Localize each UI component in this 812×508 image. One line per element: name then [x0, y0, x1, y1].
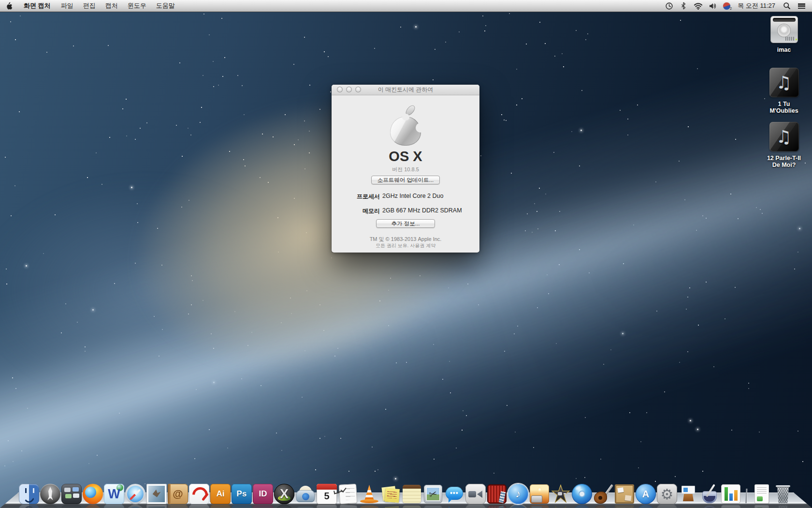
dock-corkboard-app[interactable]: [614, 484, 635, 504]
dock-safari[interactable]: [125, 484, 145, 504]
dock-launchpad[interactable]: [40, 484, 60, 504]
dock-w-app[interactable]: W: [104, 484, 124, 504]
menu-item-capture[interactable]: 캡처: [101, 0, 123, 12]
dock: W @ Ai Ps ID X 5 ✂ ••• ♪ A ⚙: [19, 484, 793, 504]
dock-trash[interactable]: [773, 484, 793, 504]
dock-grab[interactable]: ✂: [423, 484, 443, 504]
dock-system-preferences[interactable]: ⚙: [657, 484, 677, 504]
wallpaper: [0, 0, 812, 508]
menu-bar-left: 화면 캡처 파일 편집 캡처 윈도우 도움말: [0, 0, 180, 12]
desktop-icon-audio-2[interactable]: ♫ 12 Parle-T-IlDe Moi?: [754, 122, 812, 168]
dock-iphoto[interactable]: [529, 484, 550, 504]
audio-file-icon: ♫: [769, 68, 799, 97]
dock-illustrator[interactable]: Ai: [210, 484, 231, 504]
dock-messages[interactable]: •••: [444, 484, 464, 504]
more-info-button[interactable]: 추가 정보...: [376, 219, 435, 228]
menu-bar: 화면 캡처 파일 편집 캡처 윈도우 도움말 2 목 오전 11:27: [0, 0, 812, 12]
desktop-icon-label: 12 Parle-T-IlDe Moi?: [754, 155, 812, 168]
dock-firefox[interactable]: [83, 484, 103, 504]
menu-bar-status: 2 목 오전 11:27: [663, 0, 812, 12]
dock-adobe-reader[interactable]: [189, 484, 209, 504]
bluetooth-icon[interactable]: [678, 0, 689, 12]
dock-keynote[interactable]: [678, 484, 698, 504]
desktop-icon-imac[interactable]: imac: [754, 16, 812, 54]
window-title: 이 매킨토시에 관하여: [332, 85, 479, 95]
menu-item-edit[interactable]: 편집: [78, 0, 101, 12]
dock-pages[interactable]: [699, 484, 720, 504]
dock-itunes[interactable]: ♪: [508, 484, 528, 504]
menu-item-window[interactable]: 윈도우: [123, 0, 151, 12]
dock-idvd[interactable]: [572, 484, 592, 504]
dock-facetime[interactable]: [465, 484, 486, 504]
audio-file-icon: ♫: [769, 122, 799, 151]
copyright-line-1: TM 및 © 1983-2013 Apple Inc.: [332, 236, 479, 243]
dock-notes[interactable]: [402, 484, 422, 504]
processor-row: 프로세서 2GHz Intel Core 2 Duo: [332, 192, 479, 200]
input-source-flag-icon[interactable]: 2: [721, 0, 732, 12]
dock-contacts[interactable]: @: [168, 484, 188, 504]
menu-item-file[interactable]: 파일: [56, 0, 78, 12]
dock-numbers[interactable]: [721, 484, 741, 504]
os-version: 버전 10.8.5: [332, 166, 479, 173]
dock-stickies[interactable]: [380, 484, 401, 504]
dock-xee[interactable]: X: [274, 484, 294, 504]
about-this-mac-window: 이 매킨토시에 관하여 OS X 버전 10.8.5 소프트웨어 업데이트...…: [332, 85, 479, 253]
dock-garageband[interactable]: [593, 484, 613, 504]
dock-document[interactable]: [752, 484, 772, 504]
dock-app-store[interactable]: A: [636, 484, 656, 504]
desktop-icon-audio-1[interactable]: ♫ 1 TuM'Oublies: [754, 68, 812, 114]
hard-drive-icon: [770, 16, 798, 43]
spotlight-icon[interactable]: [781, 0, 793, 12]
menu-item-app[interactable]: 화면 캡처: [18, 0, 56, 12]
dock-photo-booth[interactable]: [487, 484, 507, 504]
dock-imovie[interactable]: [551, 484, 571, 504]
window-title-bar[interactable]: 이 매킨토시에 관하여: [332, 85, 479, 95]
desktop-icon-label: imac: [754, 47, 812, 54]
menu-bar-clock[interactable]: 목 오전 11:27: [735, 1, 778, 10]
notification-center-icon[interactable]: [796, 0, 807, 12]
memory-row: 메모리 2GB 667 MHz DDR2 SDRAM: [332, 207, 479, 214]
dock-separator: [745, 489, 747, 503]
desktop-icon-label: 1 TuM'Oublies: [754, 101, 812, 114]
wifi-icon[interactable]: [692, 0, 704, 12]
apple-menu-icon[interactable]: [0, 0, 18, 12]
dock-vlc[interactable]: [359, 484, 379, 504]
os-name: OS X: [332, 149, 479, 164]
dock-mission-control[interactable]: [61, 484, 82, 504]
volume-icon[interactable]: [707, 0, 718, 12]
menu-item-help[interactable]: 도움말: [151, 0, 180, 12]
dock-finder[interactable]: [19, 484, 39, 504]
dock-mail[interactable]: [146, 484, 167, 504]
dock-reminders[interactable]: [338, 484, 358, 504]
dock-indesign[interactable]: ID: [253, 484, 273, 504]
software-update-button[interactable]: 소프트웨어 업데이트...: [371, 176, 440, 184]
apple-logo: [390, 105, 421, 147]
dock-photoshop[interactable]: Ps: [232, 484, 252, 504]
time-machine-icon[interactable]: [663, 0, 675, 12]
dock-toast[interactable]: [295, 484, 316, 504]
copyright-line-2: 모든 권리 보유. 사용권 계약: [332, 242, 479, 249]
